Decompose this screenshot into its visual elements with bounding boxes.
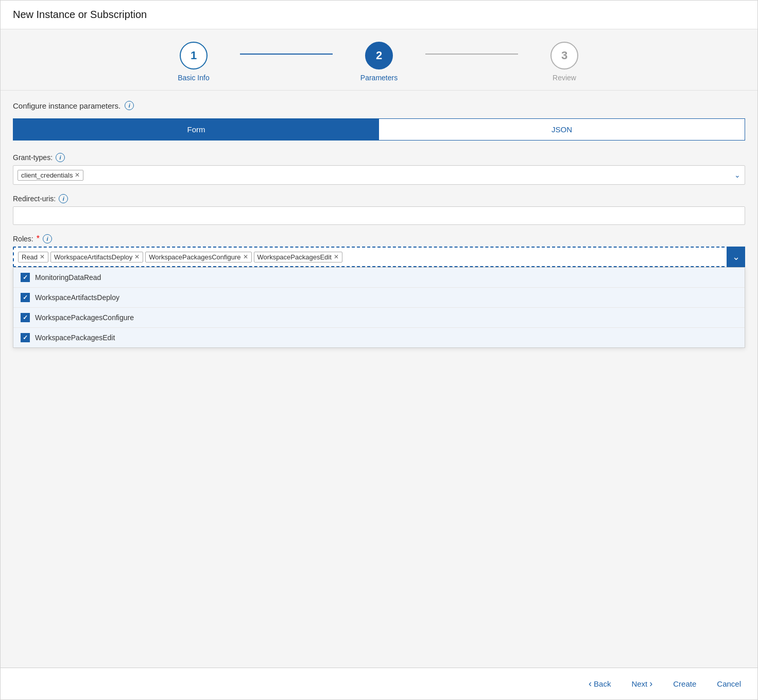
step-2: 2 Parameters <box>333 42 425 82</box>
roles-option-workspace-artifacts-deploy-checkbox <box>21 293 30 302</box>
roles-dropdown-button[interactable]: ⌄ <box>727 247 745 267</box>
roles-required-star: * <box>37 234 40 243</box>
redirect-uris-section: Redirect-uris: i <box>13 194 745 225</box>
roles-tag-workspace-packages-configure: WorkspacePackagesConfigure ✕ <box>145 252 251 262</box>
redirect-uris-info-icon[interactable]: i <box>59 194 68 203</box>
step-1-label: Basic Info <box>178 74 209 82</box>
roles-option-monitoring-data-read-checkbox <box>21 273 30 282</box>
step-3: 3 Review <box>518 42 611 82</box>
configure-text: Configure instance parameters. <box>13 101 120 110</box>
grant-types-tag-client-credentials: client_credentials ✕ <box>18 170 83 181</box>
roles-option-workspace-artifacts-deploy-label: WorkspaceArtifactsDeploy <box>35 293 119 302</box>
roles-dropdown-chevron-icon: ⌄ <box>732 251 740 262</box>
roles-option-monitoring-data-read[interactable]: MonitoringDataRead <box>13 268 745 288</box>
grant-types-dropdown-arrow[interactable]: ⌄ <box>734 171 740 179</box>
next-label: Next <box>631 679 647 688</box>
roles-info-icon[interactable]: i <box>43 234 52 243</box>
back-chevron-icon <box>589 678 592 689</box>
back-button[interactable]: Back <box>584 676 615 691</box>
grant-types-label-row: Grant-types: i <box>13 153 745 162</box>
roles-option-workspace-packages-configure[interactable]: WorkspacePackagesConfigure <box>13 308 745 328</box>
roles-tag-workspace-packages-edit-remove[interactable]: ✕ <box>334 254 339 260</box>
form-tab-button[interactable]: Form <box>13 119 379 140</box>
step-1-circle: 1 <box>180 42 208 69</box>
page-title: New Instance or Subscription <box>13 9 147 20</box>
roles-tag-workspace-packages-edit-label: WorkspacePackagesEdit <box>257 253 332 261</box>
roles-option-workspace-packages-edit-checkbox <box>21 333 30 342</box>
cancel-button[interactable]: Cancel <box>713 677 745 690</box>
redirect-uris-input[interactable] <box>13 206 745 225</box>
grant-types-section: Grant-types: i client_credentials ✕ ⌄ <box>13 153 745 185</box>
roles-tag-workspace-artifacts-deploy-label: WorkspaceArtifactsDeploy <box>54 253 132 261</box>
roles-option-workspace-artifacts-deploy[interactable]: WorkspaceArtifactsDeploy <box>13 288 745 308</box>
step-2-label: Parameters <box>360 74 398 82</box>
create-label: Create <box>673 679 696 688</box>
step-1: 1 Basic Info <box>147 42 240 82</box>
step-1-number: 1 <box>191 49 197 62</box>
json-tab-button[interactable]: JSON <box>379 119 745 140</box>
step-3-number: 3 <box>561 49 567 62</box>
title-bar: New Instance or Subscription <box>1 1 757 29</box>
form-json-tabs: Form JSON <box>13 118 745 141</box>
create-button[interactable]: Create <box>669 677 700 690</box>
redirect-uris-label: Redirect-uris: <box>13 195 56 203</box>
roles-label-row: Roles: * i <box>13 234 745 243</box>
stepper: 1 Basic Info 2 Parameters 3 Review <box>147 42 611 82</box>
roles-option-monitoring-data-read-label: MonitoringDataRead <box>35 273 101 282</box>
roles-tag-workspace-artifacts-deploy: WorkspaceArtifactsDeploy ✕ <box>50 252 143 262</box>
redirect-uris-label-row: Redirect-uris: i <box>13 194 745 203</box>
configure-text-row: Configure instance parameters. i <box>13 101 745 110</box>
roles-tag-workspace-packages-configure-label: WorkspacePackagesConfigure <box>149 253 240 261</box>
roles-tags-input[interactable]: Read ✕ WorkspaceArtifactsDeploy ✕ Worksp… <box>13 247 745 267</box>
roles-tag-read-remove[interactable]: ✕ <box>40 254 45 260</box>
roles-option-workspace-packages-configure-checkbox <box>21 313 30 322</box>
step-3-circle: 3 <box>550 42 578 69</box>
roles-option-workspace-packages-edit[interactable]: WorkspacePackagesEdit <box>13 328 745 347</box>
configure-info-icon[interactable]: i <box>125 101 134 110</box>
roles-option-workspace-packages-configure-label: WorkspacePackagesConfigure <box>35 313 134 322</box>
main-content: Configure instance parameters. i Form JS… <box>1 91 757 518</box>
step-3-label: Review <box>553 74 576 82</box>
roles-tag-read-label: Read <box>22 253 38 261</box>
roles-tag-workspace-packages-configure-remove[interactable]: ✕ <box>243 254 248 260</box>
back-label: Back <box>594 679 611 688</box>
roles-dropdown-container: Read ✕ WorkspaceArtifactsDeploy ✕ Worksp… <box>13 247 745 348</box>
grant-types-tag-remove[interactable]: ✕ <box>75 172 80 178</box>
roles-label: Roles: <box>13 235 33 243</box>
next-button[interactable]: Next <box>627 676 657 691</box>
cancel-label: Cancel <box>717 679 741 688</box>
stepper-line-2 <box>425 54 518 55</box>
roles-tag-read: Read ✕ <box>18 252 48 262</box>
grant-types-info-icon[interactable]: i <box>56 153 65 162</box>
step-2-circle: 2 <box>365 42 393 69</box>
roles-dropdown-panel: MonitoringDataRead WorkspaceArtifactsDep… <box>13 267 745 348</box>
roles-tag-workspace-artifacts-deploy-remove[interactable]: ✕ <box>134 254 140 260</box>
footer-bar: Back Next Create Cancel <box>1 668 757 699</box>
roles-section: Roles: * i Read ✕ WorkspaceArtifactsDepl… <box>13 234 745 348</box>
spacer <box>1 518 757 668</box>
grant-types-label: Grant-types: <box>13 153 53 162</box>
stepper-section: 1 Basic Info 2 Parameters 3 Review <box>1 29 757 91</box>
roles-option-workspace-packages-edit-label: WorkspacePackagesEdit <box>35 334 115 342</box>
stepper-line-1 <box>240 54 333 55</box>
step-2-number: 2 <box>376 49 382 62</box>
roles-tag-workspace-packages-edit: WorkspacePackagesEdit ✕ <box>254 252 342 262</box>
next-chevron-icon <box>649 678 652 689</box>
grant-types-input[interactable]: client_credentials ✕ ⌄ <box>13 165 745 185</box>
grant-types-tag-label: client_credentials <box>21 171 73 179</box>
